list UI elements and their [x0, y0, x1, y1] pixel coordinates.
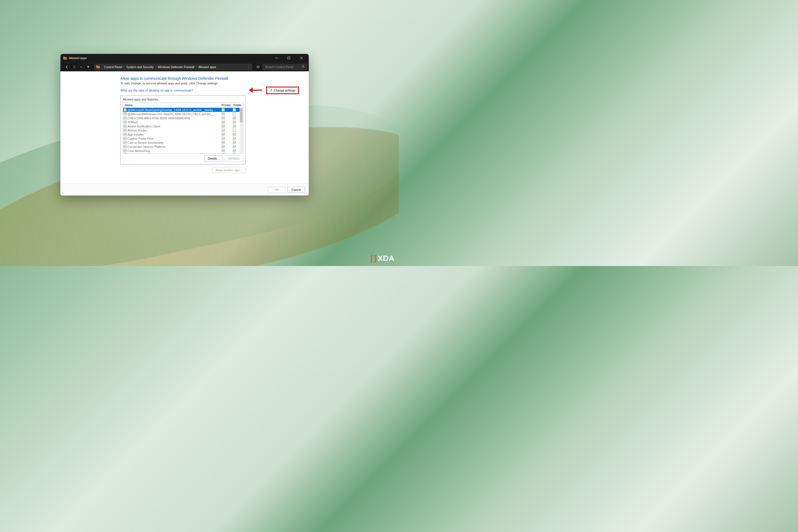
app-name: Core Networking	[128, 149, 217, 152]
app-name: Core Networking Diagnostics	[128, 153, 217, 154]
table-row[interactable]: Core Networking	[123, 149, 240, 153]
scrollbar-thumb[interactable]	[240, 108, 243, 122]
svg-line-5	[304, 67, 304, 68]
private-checkbox[interactable]	[222, 141, 225, 144]
window-title: Allowed apps	[69, 56, 87, 60]
private-checkbox[interactable]	[222, 129, 225, 132]
back-button[interactable]	[64, 64, 70, 70]
enable-checkbox[interactable]	[124, 133, 127, 136]
public-checkbox[interactable]	[233, 129, 236, 132]
page-subtext: To add, change, or remove allowed apps a…	[120, 82, 298, 85]
table-row[interactable]: {78E1CD88-49E3-476E-B926-580E596AD309}	[123, 116, 240, 120]
search-placeholder: Search Control Panel	[265, 65, 293, 69]
remove-button[interactable]: Remove	[225, 155, 243, 162]
public-checkbox[interactable]	[233, 137, 236, 140]
svg-rect-1	[288, 57, 290, 59]
public-checkbox[interactable]	[233, 116, 236, 119]
table-row[interactable]: Adobe Notification Client	[123, 124, 240, 128]
table-row[interactable]: Core Networking Diagnostics	[123, 153, 240, 154]
enable-checkbox[interactable]	[124, 129, 127, 132]
public-checkbox[interactable]	[233, 133, 236, 136]
allow-another-app-button[interactable]: Allow another app...	[212, 167, 246, 173]
table-row[interactable]: AllJoyn Router	[123, 128, 240, 132]
table-row[interactable]: Captive Portal Flow	[123, 136, 240, 140]
change-settings-button[interactable]: Change settings	[267, 88, 298, 93]
maximize-button[interactable]	[283, 54, 295, 62]
app-name: Captive Portal Flow	[128, 137, 217, 140]
app-name: @{Microsoft.XboxGamingOverlay_2.624.1111…	[128, 108, 217, 112]
app-name: 3DMark	[128, 120, 217, 124]
public-checkbox[interactable]	[233, 153, 236, 154]
enable-checkbox[interactable]	[124, 153, 127, 154]
page-heading: Allow apps to communicate through Window…	[120, 76, 298, 81]
enable-checkbox[interactable]	[124, 116, 127, 119]
enable-checkbox[interactable]	[124, 108, 127, 111]
table-row[interactable]: @{Microsoft.XboxGamingOverlay_2.624.1111…	[123, 108, 240, 112]
private-checkbox[interactable]	[222, 133, 225, 136]
scrollbar[interactable]	[240, 108, 243, 154]
col-private[interactable]: Private	[221, 103, 232, 108]
enable-checkbox[interactable]	[124, 137, 127, 140]
public-checkbox[interactable]	[233, 141, 236, 144]
public-checkbox[interactable]	[233, 112, 236, 115]
breadcrumb-item[interactable]: Allowed apps	[198, 65, 216, 69]
search-icon	[302, 65, 305, 69]
titlebar: Allowed apps	[60, 54, 309, 62]
details-button[interactable]: Details...	[204, 155, 223, 162]
breadcrumb-item[interactable]: Control Panel	[104, 65, 122, 69]
svg-point-4	[302, 65, 304, 67]
chevron-down-icon[interactable]: ⌄	[248, 65, 250, 68]
enable-checkbox[interactable]	[124, 112, 127, 115]
close-button[interactable]	[295, 54, 308, 62]
public-checkbox[interactable]	[233, 125, 236, 128]
app-name: AllJoyn Router	[128, 129, 217, 132]
recent-dropdown[interactable]	[78, 64, 84, 70]
enable-checkbox[interactable]	[124, 141, 127, 144]
table-row[interactable]: @{MicrosoftWindows.LKG.Search_1000.26100…	[123, 112, 240, 116]
app-name: Connected Devices Platform	[128, 145, 217, 148]
private-checkbox[interactable]	[222, 137, 225, 140]
public-checkbox[interactable]	[233, 108, 236, 111]
address-bar[interactable]: › Control Panel › System and Security › …	[94, 64, 252, 70]
dialog-buttons: OK Cancel	[60, 184, 309, 195]
private-checkbox[interactable]	[222, 125, 225, 128]
enable-checkbox[interactable]	[124, 149, 127, 152]
private-checkbox[interactable]	[222, 108, 225, 111]
breadcrumb-item[interactable]: Windows Defender Firewall	[158, 65, 194, 69]
table-row[interactable]: Cast to Device functionality	[123, 140, 240, 145]
private-checkbox[interactable]	[222, 145, 225, 148]
col-name[interactable]: Name	[123, 103, 221, 108]
refresh-button[interactable]	[255, 64, 261, 70]
enable-checkbox[interactable]	[124, 120, 127, 124]
app-name: App Installer	[128, 133, 217, 136]
private-checkbox[interactable]	[222, 116, 225, 119]
table-row[interactable]: Connected Devices Platform	[123, 145, 240, 149]
chevron-right-icon: ›	[155, 65, 156, 68]
enable-checkbox[interactable]	[124, 125, 127, 128]
navbar: › Control Panel › System and Security › …	[60, 62, 309, 71]
forward-button[interactable]	[71, 64, 77, 70]
up-button[interactable]	[86, 64, 91, 70]
col-public[interactable]: Public	[232, 103, 243, 108]
risk-link[interactable]: What are the risks of allowing an app to…	[120, 89, 193, 92]
change-settings-label: Change settings	[274, 89, 296, 92]
private-checkbox[interactable]	[222, 153, 225, 154]
private-checkbox[interactable]	[222, 120, 225, 124]
private-checkbox[interactable]	[222, 149, 225, 152]
table-header: Name Private Public	[123, 103, 243, 108]
app-name: {78E1CD88-49E3-476E-B926-580E596AD309}	[128, 116, 217, 120]
watermark: []XDA	[370, 254, 395, 263]
cancel-button[interactable]: Cancel	[287, 187, 305, 193]
minimize-button[interactable]	[270, 54, 283, 62]
public-checkbox[interactable]	[233, 120, 236, 124]
enable-checkbox[interactable]	[124, 145, 127, 148]
search-input[interactable]: Search Control Panel	[263, 64, 307, 70]
table-row[interactable]: App Installer	[123, 132, 240, 136]
table-row[interactable]: 3DMark	[123, 120, 240, 124]
ok-button[interactable]: OK	[268, 187, 285, 193]
app-name: @{MicrosoftWindows.LKG.Search_1000.26100…	[128, 112, 217, 116]
private-checkbox[interactable]	[222, 112, 225, 115]
public-checkbox[interactable]	[233, 149, 236, 152]
breadcrumb-item[interactable]: System and Security	[126, 65, 154, 69]
public-checkbox[interactable]	[233, 145, 236, 148]
